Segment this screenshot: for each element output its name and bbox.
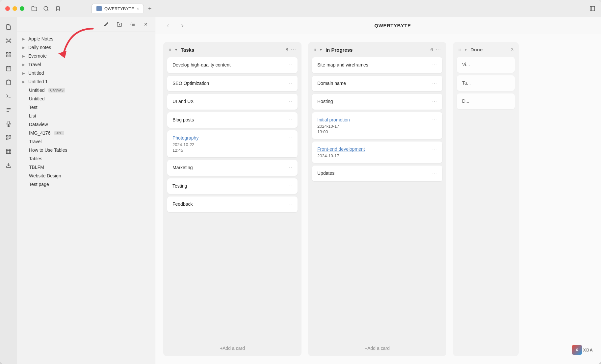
collapse-icon[interactable]: ▼ bbox=[319, 47, 323, 52]
tree-item-tables[interactable]: Tables bbox=[17, 154, 155, 163]
card-feedback[interactable]: Feedback ··· bbox=[167, 196, 298, 212]
card-ui-ux[interactable]: UI and UX ··· bbox=[167, 94, 298, 110]
tree-item-untitled-canvas[interactable]: Untitled CANVAS bbox=[17, 86, 155, 94]
sort-button[interactable] bbox=[129, 20, 137, 28]
card-done-1[interactable]: Vi... bbox=[457, 57, 515, 73]
tree-arrow: ▶ bbox=[22, 63, 26, 66]
table-sidebar-icon[interactable] bbox=[3, 145, 14, 157]
close-button[interactable] bbox=[5, 6, 10, 11]
card-menu-icon[interactable]: ··· bbox=[432, 98, 437, 104]
tree-item-list[interactable]: List bbox=[17, 112, 155, 120]
terminal-sidebar-icon[interactable] bbox=[3, 90, 14, 102]
tree-item-evernote[interactable]: ▶ Evernote bbox=[17, 52, 155, 60]
close-sidebar-button[interactable] bbox=[142, 20, 150, 28]
sidebar-toggle-icon[interactable] bbox=[589, 5, 596, 12]
card-done-3[interactable]: D... bbox=[457, 93, 515, 109]
card-title: Vi... bbox=[462, 62, 510, 68]
back-button[interactable] bbox=[163, 21, 172, 30]
card-frontend[interactable]: Front-end development 2024-10-17 ··· bbox=[312, 142, 442, 163]
numbers-sidebar-icon[interactable] bbox=[3, 104, 14, 116]
card-menu-icon[interactable]: ··· bbox=[432, 117, 437, 122]
card-menu-icon[interactable]: ··· bbox=[432, 62, 437, 67]
clipboard-sidebar-icon[interactable] bbox=[3, 76, 14, 88]
tree-item-travel[interactable]: Travel bbox=[17, 137, 155, 146]
card-initial-promotion[interactable]: Initial promotion 2024-10-17 13:00 ··· bbox=[312, 112, 442, 139]
tree-item-untitled[interactable]: Untitled bbox=[17, 94, 155, 103]
card-title-link[interactable]: Initial promotion bbox=[317, 117, 430, 123]
card-time: 12:45 bbox=[172, 148, 285, 153]
graph-sidebar-icon[interactable] bbox=[3, 35, 14, 47]
active-tab[interactable]: QWERTYBYTE × bbox=[91, 4, 144, 13]
search-icon[interactable] bbox=[43, 5, 49, 12]
column-cards-done: Vi... Ta... D... bbox=[453, 57, 519, 356]
card-menu-icon[interactable]: ··· bbox=[287, 62, 292, 67]
tree-label: Untitled bbox=[29, 88, 44, 93]
tasks-sidebar-icon[interactable] bbox=[3, 132, 14, 143]
tree-item-daily-notes[interactable]: ▶ Daily notes bbox=[17, 43, 155, 52]
bookmark-icon[interactable] bbox=[55, 5, 61, 12]
card-menu-icon[interactable]: ··· bbox=[432, 170, 437, 175]
column-menu-button-tasks[interactable]: ··· bbox=[291, 47, 296, 53]
card-menu-icon[interactable]: ··· bbox=[287, 80, 292, 86]
card-photography[interactable]: Photography 2024-10-22 12:45 ··· bbox=[167, 130, 298, 157]
card-title-link[interactable]: Photography bbox=[172, 135, 285, 142]
card-menu-icon[interactable]: ··· bbox=[432, 80, 437, 86]
card-done-2[interactable]: Ta... bbox=[457, 75, 515, 91]
new-note-button[interactable] bbox=[102, 20, 110, 28]
tree-item-travel-root[interactable]: ▶ Travel bbox=[17, 60, 155, 69]
column-menu-button-inprogress[interactable]: ··· bbox=[436, 47, 441, 53]
card-seo[interactable]: SEO Optimization ··· bbox=[167, 76, 298, 91]
tree-item-test[interactable]: Test bbox=[17, 103, 155, 112]
card-testing[interactable]: Testing ··· bbox=[167, 178, 298, 194]
collapse-icon[interactable]: ▼ bbox=[464, 47, 468, 52]
card-domain[interactable]: Domain name ··· bbox=[312, 76, 442, 91]
new-folder-button[interactable] bbox=[116, 20, 123, 28]
card-menu-icon[interactable]: ··· bbox=[287, 135, 292, 140]
drag-handle-icon[interactable]: ⠿ bbox=[458, 47, 461, 52]
kanban-column-inprogress: ⠿ ▼ In Progress 6 ··· Site map and wiref… bbox=[308, 42, 446, 356]
column-cards-inprogress: Site map and wireframes ··· Domain name … bbox=[308, 57, 446, 340]
tree-item-apple-notes[interactable]: ▶ Apple Notes bbox=[17, 35, 155, 43]
drag-handle-icon[interactable]: ⠿ bbox=[313, 47, 316, 52]
card-menu-icon[interactable]: ··· bbox=[287, 201, 292, 206]
card-menu-icon[interactable]: ··· bbox=[287, 165, 292, 170]
column-count-inprogress: 6 bbox=[431, 47, 433, 52]
tree-item-dataview[interactable]: Dataview bbox=[17, 120, 155, 129]
calendar-sidebar-icon[interactable] bbox=[3, 63, 14, 74]
card-hosting[interactable]: Hosting ··· bbox=[312, 94, 442, 110]
tree-item-untitled1[interactable]: ▶ Untitled 1 bbox=[17, 77, 155, 86]
card-title-link[interactable]: Front-end development bbox=[317, 146, 430, 153]
download-sidebar-icon[interactable] bbox=[3, 159, 14, 171]
card-menu-icon[interactable]: ··· bbox=[287, 98, 292, 104]
add-card-button-inprogress[interactable]: +Add a card bbox=[312, 342, 442, 355]
tree-item-test-page[interactable]: Test page bbox=[17, 180, 155, 189]
drag-handle-icon[interactable]: ⠿ bbox=[169, 47, 171, 52]
microphone-sidebar-icon[interactable] bbox=[3, 118, 14, 130]
card-menu-icon[interactable]: ··· bbox=[287, 183, 292, 188]
new-tab-button[interactable]: + bbox=[145, 4, 154, 13]
forward-button[interactable] bbox=[178, 21, 187, 30]
card-menu-icon[interactable]: ··· bbox=[287, 117, 292, 122]
folder-icon[interactable] bbox=[31, 5, 38, 12]
tree-item-untitled-root[interactable]: ▶ Untitled bbox=[17, 69, 155, 77]
card-title: Ta... bbox=[462, 80, 510, 87]
card-title: Updates bbox=[317, 170, 430, 177]
tree-item-tblfm[interactable]: TBLFM bbox=[17, 163, 155, 171]
card-blog-posts[interactable]: Blog posts ··· bbox=[167, 112, 298, 128]
tree-item-website-design[interactable]: Website Design bbox=[17, 171, 155, 180]
card-updates[interactable]: Updates ··· bbox=[312, 166, 442, 181]
card-marketing[interactable]: Marketing ··· bbox=[167, 160, 298, 176]
card-sitemap[interactable]: Site map and wireframes ··· bbox=[312, 57, 442, 73]
notes-sidebar-icon[interactable] bbox=[3, 21, 14, 33]
tree-item-img4176[interactable]: IMG_4176 JPG bbox=[17, 129, 155, 137]
tree-item-how-to-use-tables[interactable]: How to Use Tables bbox=[17, 146, 155, 154]
dashboard-sidebar-icon[interactable] bbox=[3, 49, 14, 61]
tab-close-button[interactable]: × bbox=[137, 7, 139, 11]
tree-label: Evernote bbox=[28, 53, 47, 59]
maximize-button[interactable] bbox=[20, 6, 24, 11]
card-menu-icon[interactable]: ··· bbox=[432, 146, 437, 151]
collapse-icon[interactable]: ▼ bbox=[174, 47, 178, 52]
minimize-button[interactable] bbox=[13, 6, 17, 11]
add-card-button-tasks[interactable]: +Add a card bbox=[167, 342, 298, 355]
card-develop-content[interactable]: Develop high-quality content ··· bbox=[167, 57, 298, 73]
